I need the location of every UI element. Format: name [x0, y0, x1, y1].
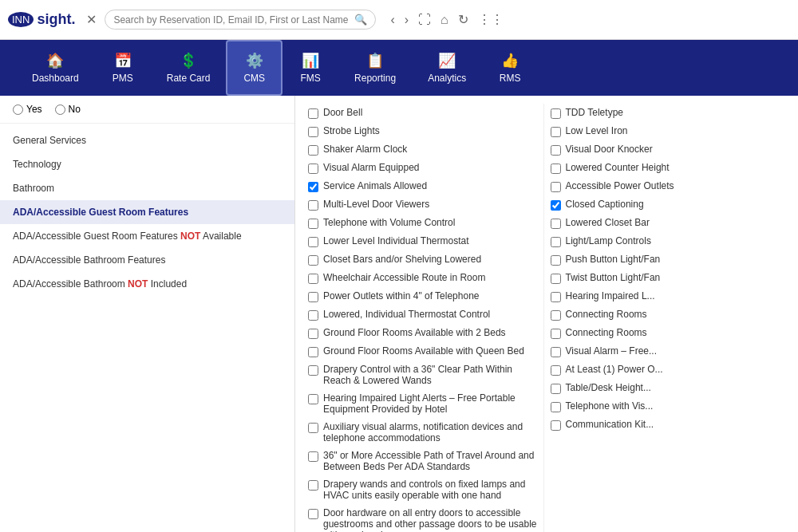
nav-item-rms[interactable]: 👍 RMS — [482, 40, 538, 96]
sidebar-item-general-services[interactable]: General Services — [0, 128, 294, 152]
sidebar-item-bathroom[interactable]: Bathroom — [0, 176, 294, 200]
search-bar[interactable]: 🔍 — [105, 10, 376, 30]
list-item: Auxiliary visual alarms, notification de… — [308, 418, 537, 447]
radio-row: Yes No — [0, 104, 294, 124]
nav-label-rms: RMS — [500, 73, 521, 84]
expand-icon[interactable]: ⛶ — [418, 13, 431, 27]
reporting-icon: 📋 — [366, 52, 384, 69]
checkbox-ground-floor-queen[interactable] — [308, 347, 318, 357]
checkbox-table-desk-height[interactable] — [551, 384, 561, 394]
list-item: Lowered, Individual Thermostat Control — [308, 305, 537, 324]
nav-item-fms[interactable]: 📊 FMS — [282, 40, 338, 96]
checkbox-twist-button-light[interactable] — [551, 274, 561, 284]
list-item: 36" or More Accessible Path of Travel Ar… — [308, 447, 537, 475]
list-item: Power Outlets within 4" of Telephone — [308, 287, 537, 305]
nav-label-cms: CMS — [243, 73, 265, 84]
checkbox-auxiliary-visual[interactable] — [308, 423, 318, 433]
list-item: Drapery wands and controls on fixed lamp… — [308, 475, 537, 504]
top-bar: INN sight. ✕ 🔍 ‹ › ⛶ ⌂ ↻ ⋮⋮ — [0, 0, 798, 40]
checkbox-visual-alarm[interactable] — [308, 164, 318, 174]
list-item: Hearing Impaired Light Alerts – Free Por… — [308, 389, 537, 418]
list-item: Shaker Alarm Clock — [308, 140, 537, 159]
list-item: Push Button Light/Fan — [551, 250, 780, 269]
checkbox-visual-alarm-free[interactable] — [551, 347, 561, 357]
checkbox-hearing-impaired[interactable] — [308, 394, 318, 404]
list-item: Low Level Iron — [551, 122, 780, 140]
nav-label-pms: PMS — [113, 73, 133, 84]
checkbox-at-least-power[interactable] — [551, 365, 561, 376]
list-item: Closed Captioning — [551, 195, 780, 214]
checkbox-lowered-counter[interactable] — [551, 164, 561, 174]
list-item: Service Animals Allowed — [308, 177, 537, 195]
list-item: Twist Button Light/Fan — [551, 269, 780, 287]
checkbox-ground-floor-2beds[interactable] — [308, 329, 318, 339]
forward-icon[interactable]: › — [405, 13, 409, 27]
checkbox-power-outlets[interactable] — [308, 292, 318, 302]
checkbox-visual-door-knocker[interactable] — [551, 145, 561, 156]
top-icons: ‹ › ⛶ ⌂ ↻ ⋮⋮ — [390, 12, 503, 27]
checkbox-telephone-vis[interactable] — [551, 402, 561, 412]
radio-no[interactable] — [55, 104, 65, 115]
checkbox-connecting-rooms-2[interactable] — [551, 329, 561, 339]
sidebar-item-technology[interactable]: Technology — [0, 152, 294, 176]
list-item: Light/Lamp Controls — [551, 232, 780, 250]
refresh-icon[interactable]: ↻ — [458, 12, 468, 27]
grid-icon[interactable]: ⋮⋮ — [478, 12, 504, 27]
checkbox-drapery-control[interactable] — [308, 365, 318, 376]
checkbox-door-bell[interactable] — [308, 108, 318, 119]
sidebar-item-ada-features[interactable]: ADA/Accessible Guest Room Features — [0, 200, 294, 224]
close-button[interactable]: ✕ — [86, 12, 97, 27]
main-content: Door Bell Strobe Lights Shaker Alarm Clo… — [295, 96, 798, 532]
radio-no-label[interactable]: No — [55, 104, 81, 115]
nav-item-reporting[interactable]: 📋 Reporting — [338, 40, 412, 96]
checkbox-accessible-power[interactable] — [551, 182, 561, 192]
checkbox-closed-captioning[interactable] — [551, 200, 561, 211]
nav-item-analytics[interactable]: 📈 Analytics — [412, 40, 482, 96]
checkbox-service-animals[interactable] — [308, 182, 318, 192]
radio-yes[interactable] — [13, 104, 23, 115]
nav-bar: 🏠 Dashboard 📅 PMS 💲 Rate Card ⚙️ CMS 📊 F… — [0, 40, 798, 96]
nav-item-pms[interactable]: 📅 PMS — [95, 40, 151, 96]
checkbox-tdd-teletype[interactable] — [551, 108, 561, 119]
checkbox-shaker-alarm[interactable] — [308, 145, 318, 156]
nav-item-dashboard[interactable]: 🏠 Dashboard — [16, 40, 95, 96]
checkbox-hearing-impaired-l[interactable] — [551, 292, 561, 302]
checkbox-closet-bars[interactable] — [308, 255, 318, 266]
back-icon[interactable]: ‹ — [390, 13, 394, 27]
checkbox-connecting-rooms-1[interactable] — [551, 310, 561, 321]
checkbox-light-lamp-controls[interactable] — [551, 237, 561, 247]
nav-item-cms[interactable]: ⚙️ CMS — [226, 40, 282, 96]
fms-icon: 📊 — [302, 52, 319, 69]
checkbox-communication-kit[interactable] — [551, 420, 561, 431]
search-input[interactable] — [113, 14, 354, 26]
checkbox-multi-level[interactable] — [308, 200, 318, 211]
checkbox-36inch-path[interactable] — [308, 451, 318, 462]
checkbox-wheelchair-route[interactable] — [308, 274, 318, 284]
rms-icon: 👍 — [501, 52, 519, 69]
checkbox-low-level-iron[interactable] — [551, 127, 561, 137]
sidebar-item-ada-features-not-available[interactable]: ADA/Accessible Guest Room Features NOT A… — [0, 224, 294, 248]
list-item: Connecting Rooms — [551, 305, 780, 324]
checkbox-drapery-wands[interactable] — [308, 480, 318, 491]
nav-label-dashboard: Dashboard — [32, 73, 79, 84]
logo-circle: INN — [8, 12, 34, 27]
checkbox-strobe-lights[interactable] — [308, 127, 318, 137]
home-icon[interactable]: ⌂ — [440, 13, 448, 27]
nav-item-rate-card[interactable]: 💲 Rate Card — [151, 40, 227, 96]
checkbox-push-button-light[interactable] — [551, 255, 561, 266]
checkbox-lowered-closet-bar[interactable] — [551, 219, 561, 229]
sidebar-item-ada-bathroom-features[interactable]: ADA/Accessible Bathroom Features — [0, 248, 294, 272]
checkbox-lower-thermostat[interactable] — [308, 237, 318, 247]
radio-yes-label[interactable]: Yes — [13, 104, 42, 115]
checkbox-columns: Door Bell Strobe Lights Shaker Alarm Clo… — [308, 104, 785, 532]
list-item: Lowered Closet Bar — [551, 214, 780, 232]
rate-card-icon: 💲 — [180, 52, 197, 69]
checkbox-lowered-thermostat[interactable] — [308, 310, 318, 321]
list-item: Door Bell — [308, 104, 537, 122]
logo: INN sight. — [8, 11, 75, 28]
checkbox-door-hardware[interactable] — [308, 509, 318, 519]
list-item: TDD Teletype — [551, 104, 780, 122]
nav-label-fms: FMS — [300, 73, 320, 84]
sidebar-item-ada-bathroom-not-included[interactable]: ADA/Accessible Bathroom NOT Included — [0, 272, 294, 296]
checkbox-telephone-volume[interactable] — [308, 219, 318, 229]
